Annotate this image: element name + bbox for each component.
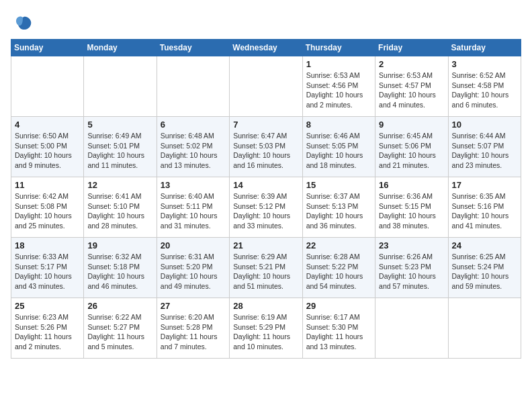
calendar-day-header: Saturday bbox=[448, 40, 521, 56]
calendar-cell: 28Sunrise: 6:19 AM Sunset: 5:29 PM Dayli… bbox=[230, 298, 302, 359]
logo-bird-icon bbox=[12, 13, 34, 35]
day-info: Sunrise: 6:33 AM Sunset: 5:17 PM Dayligh… bbox=[15, 252, 80, 291]
calendar-cell: 10Sunrise: 6:44 AM Sunset: 5:07 PM Dayli… bbox=[448, 117, 521, 177]
day-info: Sunrise: 6:42 AM Sunset: 5:08 PM Dayligh… bbox=[15, 191, 80, 231]
day-number: 6 bbox=[161, 120, 226, 130]
calendar-cell: 17Sunrise: 6:35 AM Sunset: 5:16 PM Dayli… bbox=[448, 177, 521, 238]
calendar-cell bbox=[11, 56, 84, 117]
day-number: 8 bbox=[306, 120, 371, 130]
calendar-cell: 7Sunrise: 6:47 AM Sunset: 5:03 PM Daylig… bbox=[230, 117, 302, 177]
calendar-cell bbox=[230, 56, 302, 117]
day-info: Sunrise: 6:23 AM Sunset: 5:26 PM Dayligh… bbox=[15, 312, 80, 352]
calendar-cell: 24Sunrise: 6:25 AM Sunset: 5:24 PM Dayli… bbox=[448, 238, 521, 298]
day-info: Sunrise: 6:47 AM Sunset: 5:03 PM Dayligh… bbox=[233, 131, 298, 171]
day-info: Sunrise: 6:48 AM Sunset: 5:02 PM Dayligh… bbox=[161, 131, 226, 171]
calendar-cell: 6Sunrise: 6:48 AM Sunset: 5:02 PM Daylig… bbox=[157, 117, 229, 177]
calendar-table: SundayMondayTuesdayWednesdayThursdayFrid… bbox=[11, 39, 521, 359]
day-number: 13 bbox=[161, 180, 226, 190]
day-info: Sunrise: 6:26 AM Sunset: 5:23 PM Dayligh… bbox=[379, 252, 444, 291]
calendar-cell: 8Sunrise: 6:46 AM Sunset: 5:05 PM Daylig… bbox=[302, 117, 375, 177]
day-info: Sunrise: 6:20 AM Sunset: 5:28 PM Dayligh… bbox=[161, 312, 226, 352]
calendar-cell: 25Sunrise: 6:23 AM Sunset: 5:26 PM Dayli… bbox=[11, 298, 84, 359]
calendar-cell: 16Sunrise: 6:36 AM Sunset: 5:15 PM Dayli… bbox=[375, 177, 448, 238]
day-number: 22 bbox=[306, 240, 371, 250]
day-number: 11 bbox=[15, 180, 80, 190]
calendar-cell: 4Sunrise: 6:50 AM Sunset: 5:00 PM Daylig… bbox=[11, 117, 84, 177]
day-number: 18 bbox=[15, 240, 80, 250]
day-number: 16 bbox=[379, 180, 444, 190]
day-number: 7 bbox=[233, 120, 298, 130]
calendar-day-header: Wednesday bbox=[230, 40, 302, 56]
day-info: Sunrise: 6:35 AM Sunset: 5:16 PM Dayligh… bbox=[452, 191, 517, 231]
calendar-cell: 13Sunrise: 6:40 AM Sunset: 5:11 PM Dayli… bbox=[157, 177, 229, 238]
day-info: Sunrise: 6:37 AM Sunset: 5:13 PM Dayligh… bbox=[306, 191, 371, 231]
calendar-cell: 19Sunrise: 6:32 AM Sunset: 5:18 PM Dayli… bbox=[84, 238, 157, 298]
day-info: Sunrise: 6:53 AM Sunset: 4:56 PM Dayligh… bbox=[306, 71, 371, 110]
day-number: 21 bbox=[233, 240, 298, 250]
day-number: 3 bbox=[452, 59, 517, 69]
calendar-cell: 29Sunrise: 6:17 AM Sunset: 5:30 PM Dayli… bbox=[302, 298, 375, 359]
calendar-day-header: Thursday bbox=[302, 40, 375, 56]
day-info: Sunrise: 6:22 AM Sunset: 5:27 PM Dayligh… bbox=[87, 312, 152, 352]
calendar-cell: 15Sunrise: 6:37 AM Sunset: 5:13 PM Dayli… bbox=[302, 177, 375, 238]
day-number: 4 bbox=[15, 120, 80, 130]
day-number: 5 bbox=[87, 120, 152, 130]
day-info: Sunrise: 6:32 AM Sunset: 5:18 PM Dayligh… bbox=[87, 252, 152, 291]
day-info: Sunrise: 6:31 AM Sunset: 5:20 PM Dayligh… bbox=[161, 252, 226, 291]
calendar-week-row: 25Sunrise: 6:23 AM Sunset: 5:26 PM Dayli… bbox=[11, 298, 521, 359]
calendar-cell bbox=[157, 56, 229, 117]
day-number: 26 bbox=[87, 301, 152, 311]
day-number: 15 bbox=[306, 180, 371, 190]
day-info: Sunrise: 6:50 AM Sunset: 5:00 PM Dayligh… bbox=[15, 131, 80, 171]
calendar-cell: 1Sunrise: 6:53 AM Sunset: 4:56 PM Daylig… bbox=[302, 56, 375, 117]
calendar-cell bbox=[448, 298, 521, 359]
calendar-cell: 26Sunrise: 6:22 AM Sunset: 5:27 PM Dayli… bbox=[84, 298, 157, 359]
calendar-cell: 11Sunrise: 6:42 AM Sunset: 5:08 PM Dayli… bbox=[11, 177, 84, 238]
day-number: 24 bbox=[452, 240, 517, 250]
calendar-cell: 2Sunrise: 6:53 AM Sunset: 4:57 PM Daylig… bbox=[375, 56, 448, 117]
calendar-cell: 9Sunrise: 6:45 AM Sunset: 5:06 PM Daylig… bbox=[375, 117, 448, 177]
calendar-day-header: Sunday bbox=[11, 40, 84, 56]
calendar-cell: 22Sunrise: 6:28 AM Sunset: 5:22 PM Dayli… bbox=[302, 238, 375, 298]
page-header bbox=[11, 11, 521, 35]
day-number: 19 bbox=[87, 240, 152, 250]
day-info: Sunrise: 6:25 AM Sunset: 5:24 PM Dayligh… bbox=[452, 252, 517, 291]
calendar-cell: 3Sunrise: 6:52 AM Sunset: 4:58 PM Daylig… bbox=[448, 56, 521, 117]
day-number: 10 bbox=[452, 120, 517, 130]
day-number: 20 bbox=[161, 240, 226, 250]
day-number: 9 bbox=[379, 120, 444, 130]
calendar-cell: 5Sunrise: 6:49 AM Sunset: 5:01 PM Daylig… bbox=[84, 117, 157, 177]
calendar-week-row: 1Sunrise: 6:53 AM Sunset: 4:56 PM Daylig… bbox=[11, 56, 521, 117]
day-info: Sunrise: 6:46 AM Sunset: 5:05 PM Dayligh… bbox=[306, 131, 371, 171]
day-number: 17 bbox=[452, 180, 517, 190]
day-info: Sunrise: 6:40 AM Sunset: 5:11 PM Dayligh… bbox=[161, 191, 226, 231]
logo bbox=[11, 13, 34, 35]
calendar-day-header: Monday bbox=[84, 40, 157, 56]
day-number: 29 bbox=[306, 301, 371, 311]
calendar-header-row: SundayMondayTuesdayWednesdayThursdayFrid… bbox=[11, 40, 521, 56]
day-number: 28 bbox=[233, 301, 298, 311]
calendar-cell bbox=[375, 298, 448, 359]
day-number: 2 bbox=[379, 59, 444, 69]
day-info: Sunrise: 6:41 AM Sunset: 5:10 PM Dayligh… bbox=[87, 191, 152, 231]
day-info: Sunrise: 6:39 AM Sunset: 5:12 PM Dayligh… bbox=[233, 191, 298, 231]
calendar-cell: 27Sunrise: 6:20 AM Sunset: 5:28 PM Dayli… bbox=[157, 298, 229, 359]
day-info: Sunrise: 6:29 AM Sunset: 5:21 PM Dayligh… bbox=[233, 252, 298, 291]
calendar-cell: 20Sunrise: 6:31 AM Sunset: 5:20 PM Dayli… bbox=[157, 238, 229, 298]
calendar-day-header: Tuesday bbox=[157, 40, 229, 56]
day-info: Sunrise: 6:44 AM Sunset: 5:07 PM Dayligh… bbox=[452, 131, 517, 171]
day-number: 14 bbox=[233, 180, 298, 190]
day-info: Sunrise: 6:52 AM Sunset: 4:58 PM Dayligh… bbox=[452, 71, 517, 110]
calendar-week-row: 11Sunrise: 6:42 AM Sunset: 5:08 PM Dayli… bbox=[11, 177, 521, 238]
calendar-cell: 21Sunrise: 6:29 AM Sunset: 5:21 PM Dayli… bbox=[230, 238, 302, 298]
day-number: 27 bbox=[161, 301, 226, 311]
day-info: Sunrise: 6:36 AM Sunset: 5:15 PM Dayligh… bbox=[379, 191, 444, 231]
day-number: 12 bbox=[87, 180, 152, 190]
calendar-cell: 18Sunrise: 6:33 AM Sunset: 5:17 PM Dayli… bbox=[11, 238, 84, 298]
day-number: 25 bbox=[15, 301, 80, 311]
calendar-cell bbox=[84, 56, 157, 117]
day-number: 23 bbox=[379, 240, 444, 250]
calendar-cell: 14Sunrise: 6:39 AM Sunset: 5:12 PM Dayli… bbox=[230, 177, 302, 238]
day-info: Sunrise: 6:17 AM Sunset: 5:30 PM Dayligh… bbox=[306, 312, 371, 352]
day-info: Sunrise: 6:28 AM Sunset: 5:22 PM Dayligh… bbox=[306, 252, 371, 291]
